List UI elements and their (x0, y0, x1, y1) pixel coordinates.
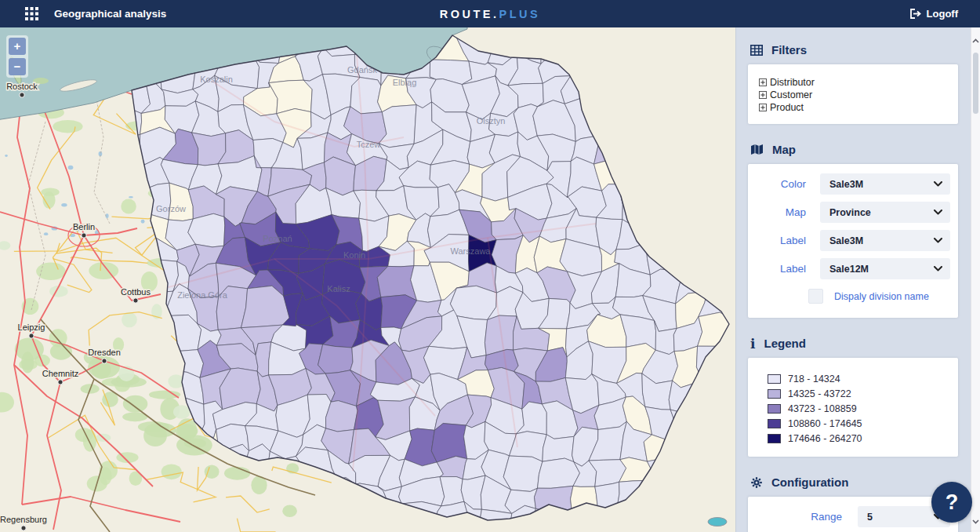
map-zoom-control: + − (6, 35, 28, 78)
checkbox-label: Dispaly division name (834, 291, 929, 302)
filters-section-header: Filters (736, 27, 971, 64)
legend-range-label: 43723 - 108859 (788, 403, 857, 414)
display-division-name-row: Dispaly division name (808, 289, 950, 304)
setting-label: Label (756, 263, 806, 275)
svg-text:Zielona Góra: Zielona Góra (177, 290, 227, 300)
filter-tree-item[interactable]: Customer (759, 89, 958, 101)
legend-swatch (768, 404, 781, 414)
setting-select[interactable]: Sale12M (820, 258, 950, 279)
filter-tree-item-label: Product (770, 102, 804, 113)
svg-text:Tczew: Tczew (357, 140, 381, 149)
filter-tree-item[interactable]: Distributor (759, 76, 958, 89)
svg-text:Elbląg: Elbląg (393, 78, 417, 87)
filter-tree-item[interactable]: Product (759, 101, 958, 114)
setting-row: ColorSale3M (756, 173, 950, 195)
select-value: 5 (867, 512, 934, 523)
legend-swatch (768, 389, 781, 399)
expand-plus-icon[interactable] (759, 104, 767, 111)
sidebar: Filters DistributorCustomerProduct Map C… (735, 27, 971, 532)
chevron-down-icon (934, 210, 942, 215)
configuration-card: Range5 (748, 497, 958, 532)
svg-text:Berlin: Berlin (73, 222, 95, 231)
display-division-name-checkbox[interactable] (808, 289, 823, 304)
setting-label: Color (756, 178, 806, 190)
select-value: Sale3M (829, 235, 934, 246)
logoff-button[interactable]: Logoff (910, 0, 958, 27)
scroll-down-icon[interactable] (972, 519, 979, 524)
setting-label: Range (756, 511, 842, 523)
filter-tree-item-label: Customer (770, 89, 812, 100)
svg-text:Chemnitz: Chemnitz (42, 369, 78, 378)
apps-grid-icon[interactable] (25, 7, 38, 20)
legend-range-label: 14325 - 43722 (788, 388, 851, 399)
help-button[interactable]: ? (931, 482, 972, 523)
legend-item: 174646 - 264270 (768, 431, 958, 446)
filters-tree: DistributorCustomerProduct (748, 64, 958, 124)
legend-card: 718 - 1432414325 - 4372243723 - 10885910… (748, 358, 958, 457)
setting-label: Map (756, 206, 806, 218)
svg-text:Dresden: Dresden (88, 348, 121, 357)
chevron-down-icon (934, 181, 942, 187)
expand-plus-icon[interactable] (759, 91, 767, 99)
setting-select[interactable]: Province (820, 202, 950, 223)
svg-text:Poznań: Poznań (263, 234, 292, 243)
svg-text:Warszawa: Warszawa (451, 246, 492, 256)
choropleth-map[interactable]: RostockBerlinCottbusLeipzigDresdenChemni… (0, 27, 735, 532)
filter-tree-item-label: Distributor (770, 77, 815, 88)
legend-swatch (768, 434, 781, 443)
legend-range-label: 108860 - 174645 (788, 418, 862, 429)
svg-text:Koszalin: Koszalin (200, 75, 233, 84)
legend-range-label: 174646 - 264270 (788, 433, 862, 444)
map-section-header: Map (736, 124, 971, 164)
setting-select[interactable]: Sale3M (820, 173, 950, 195)
legend-section-header: i Legend (736, 318, 971, 358)
svg-text:Kalisz: Kalisz (327, 284, 350, 293)
svg-text:Olsztyn: Olsztyn (477, 116, 506, 126)
gear-icon (750, 476, 763, 489)
table-icon (750, 45, 763, 56)
legend-swatch (768, 374, 781, 384)
logout-icon (910, 9, 921, 19)
legend-swatch (768, 419, 781, 428)
svg-text:Regensburg: Regensburg (0, 515, 47, 524)
setting-select[interactable]: Sale3M (820, 230, 950, 251)
legend-item: 14325 - 43722 (768, 386, 958, 401)
expand-plus-icon[interactable] (759, 78, 767, 86)
chevron-down-icon (934, 238, 942, 243)
map-area[interactable]: RostockBerlinCottbusLeipzigDresdenChemni… (0, 27, 735, 532)
setting-row: Range5 (756, 506, 950, 527)
chevron-down-icon (934, 266, 942, 271)
svg-text:Rostock: Rostock (6, 82, 38, 91)
setting-label: Label (756, 235, 806, 246)
topbar: Geographical analysis ROUTE.PLUS Logoff (0, 0, 980, 27)
scroll-up-icon[interactable] (972, 38, 979, 43)
svg-text:Gorzów: Gorzów (156, 204, 186, 213)
map-icon (750, 144, 764, 155)
sidebar-scrollbar[interactable] (971, 27, 980, 532)
setting-row: MapProvince (756, 202, 950, 223)
select-value: Sale3M (829, 179, 934, 190)
svg-text:Cottbus: Cottbus (121, 287, 151, 297)
page-title: Geographical analysis (54, 8, 166, 20)
setting-row: LabelSale3M (756, 230, 950, 251)
filters-card: DistributorCustomerProduct (748, 64, 958, 124)
legend-item: 43723 - 108859 (768, 401, 958, 416)
zoom-out-button[interactable]: − (9, 58, 26, 75)
scrollbar-thumb[interactable] (973, 53, 978, 114)
legend-item: 108860 - 174645 (768, 416, 958, 431)
setting-row: LabelSale12M (756, 258, 950, 279)
select-value: Province (829, 207, 934, 218)
legend-item: 718 - 14324 (768, 371, 958, 386)
svg-text:Leipzig: Leipzig (18, 322, 45, 332)
svg-text:Konin: Konin (343, 250, 365, 260)
info-icon: i (750, 338, 755, 349)
lake-marker (708, 518, 727, 527)
zoom-in-button[interactable]: + (9, 38, 26, 55)
legend-range-label: 718 - 14324 (788, 373, 840, 384)
select-value: Sale12M (829, 264, 934, 275)
map-settings-card: ColorSale3MMapProvinceLabelSale3MLabelSa… (748, 164, 958, 318)
